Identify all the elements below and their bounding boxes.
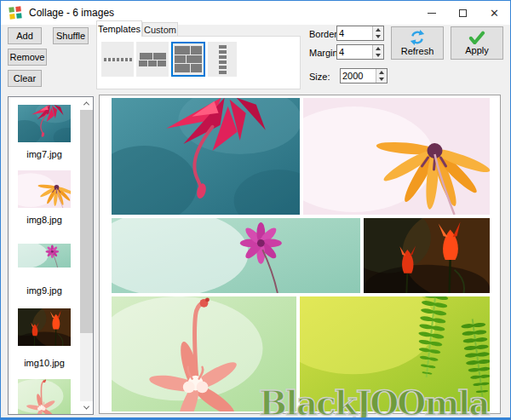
template-panel xyxy=(96,36,301,89)
margins-spin-down[interactable] xyxy=(373,52,383,59)
clear-button-label: Clear xyxy=(14,73,36,83)
template-two-row-grid[interactable] xyxy=(136,42,169,77)
size-label: Size: xyxy=(309,72,330,82)
margins-spin-up[interactable] xyxy=(373,45,383,52)
img7-thumbnail xyxy=(18,105,71,142)
collage-preview xyxy=(99,95,501,414)
list-item-img7[interactable] xyxy=(18,105,71,142)
border-spin-down[interactable] xyxy=(373,33,383,40)
horizontal-strip-icon xyxy=(104,58,132,61)
tab-custom-label: Custom xyxy=(144,25,176,35)
remove-button[interactable]: Remove xyxy=(8,49,47,66)
size-spin-up[interactable] xyxy=(376,69,387,76)
scroll-up-button[interactable] xyxy=(80,97,93,110)
spin-down-icon xyxy=(376,54,381,57)
spin-up-icon xyxy=(379,71,384,74)
margins-spinner xyxy=(336,44,384,60)
list-item-img9[interactable] xyxy=(18,244,71,268)
collage-cell-orange-flower-pink[interactable] xyxy=(303,98,490,215)
title-bar: Collage - 6 images ✕ xyxy=(1,1,510,25)
list-item-img9-label: img9.jpg xyxy=(9,285,80,296)
size-input[interactable] xyxy=(342,70,375,82)
template-horizontal-strip[interactable] xyxy=(101,42,134,77)
collage-cell-magenta-flower-mint[interactable] xyxy=(112,218,360,293)
close-icon: ✕ xyxy=(490,8,499,19)
shuffle-button-label: Shuffle xyxy=(56,31,85,41)
list-item-img8[interactable] xyxy=(18,170,71,208)
remove-button-label: Remove xyxy=(10,52,45,62)
template-vertical-strip[interactable] xyxy=(208,42,237,77)
vertical-strip-icon xyxy=(219,45,227,74)
add-button[interactable]: Add xyxy=(8,27,42,44)
spin-up-icon xyxy=(376,28,381,32)
scrollbar-thumb[interactable] xyxy=(80,110,93,333)
template-six-cell-grid-selected[interactable] xyxy=(171,42,205,77)
scroll-down-button[interactable] xyxy=(80,401,93,414)
tab-templates-label: Templates xyxy=(98,24,141,34)
maximize-icon xyxy=(459,9,467,17)
size-spin-down[interactable] xyxy=(376,76,387,83)
image-list: img7.jpg img8.jpg img9.jpg img10.jpg xyxy=(8,96,94,415)
margins-input[interactable] xyxy=(339,46,371,58)
border-spinner xyxy=(336,26,384,41)
tab-templates[interactable]: Templates xyxy=(96,20,142,37)
minimize-icon xyxy=(428,13,436,14)
image-list-scrollbar xyxy=(80,97,93,414)
img8-thumbnail xyxy=(18,170,71,208)
app-icon xyxy=(9,6,22,20)
list-item-img11[interactable] xyxy=(18,379,71,415)
spin-down-icon xyxy=(376,35,381,38)
list-item-img10-label: img10.jpg xyxy=(9,358,80,368)
spin-up-icon xyxy=(376,47,381,50)
img10-thumbnail xyxy=(18,308,71,346)
list-item-img7-label: img7.jpg xyxy=(9,149,80,159)
refresh-button-label: Refresh xyxy=(401,46,434,56)
photo-red-tulips-dark xyxy=(364,218,490,293)
border-label: Border: xyxy=(309,29,340,39)
app-window: Collage - 6 images ✕ Add Shuffle Remove … xyxy=(0,0,511,420)
minimize-button[interactable] xyxy=(416,1,447,25)
maximize-button[interactable] xyxy=(447,1,479,25)
chevron-down-icon xyxy=(83,404,89,410)
collage-cell-red-tulips-dark[interactable] xyxy=(364,218,490,293)
apply-button[interactable]: Apply xyxy=(451,26,503,60)
six-cell-grid-icon xyxy=(175,46,202,72)
apply-check-icon xyxy=(468,31,485,44)
close-button[interactable]: ✕ xyxy=(479,1,510,25)
clear-button[interactable]: Clear xyxy=(8,70,42,87)
tab-custom[interactable]: Custom xyxy=(142,22,178,37)
photo-orange-flower-pink xyxy=(303,98,490,215)
border-input[interactable] xyxy=(339,27,371,39)
border-spin-up[interactable] xyxy=(373,26,383,33)
list-item-img10[interactable] xyxy=(18,308,71,346)
list-item-img8-label: img8.jpg xyxy=(9,215,80,225)
size-spinner xyxy=(340,68,388,83)
apply-button-label: Apply xyxy=(465,45,489,55)
chevron-up-icon xyxy=(83,101,89,107)
photo-magenta-flower-mint xyxy=(112,218,360,293)
shuffle-button[interactable]: Shuffle xyxy=(53,27,89,44)
two-row-grid-icon xyxy=(139,53,166,66)
spin-down-icon xyxy=(379,78,384,81)
photo-red-flower-teal xyxy=(112,98,300,215)
refresh-button[interactable]: Refresh xyxy=(391,26,444,60)
img11-thumbnail xyxy=(18,379,71,415)
collage-cell-red-flower-teal[interactable] xyxy=(112,98,300,215)
refresh-icon xyxy=(410,30,425,45)
watermark: BlackJOOmla xyxy=(259,383,489,420)
img9-thumbnail xyxy=(18,244,71,268)
add-button-label: Add xyxy=(16,31,33,41)
